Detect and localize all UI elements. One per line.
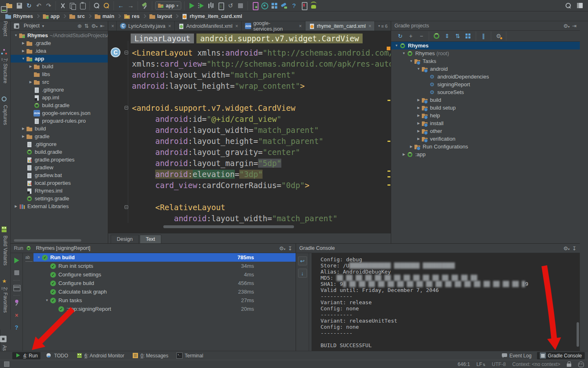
gradle-item-other[interactable]: ▶other <box>391 127 580 135</box>
avd-manager-icon[interactable] <box>251 2 259 10</box>
collapse-arrow-icon[interactable]: ▼ <box>401 52 407 55</box>
gradle-item-verification[interactable]: ▶verification <box>391 135 580 143</box>
breadcrumb-item-src[interactable]: src <box>67 13 87 19</box>
code-line[interactable]: android:layout_margin="5dp" <box>108 158 387 169</box>
stop-build-icon[interactable] <box>13 269 21 277</box>
warning-stripe-mark[interactable] <box>388 176 390 177</box>
collapse-arrow-icon[interactable]: ▼ <box>408 59 414 63</box>
project-item-rhymes[interactable]: ▼Rhymes~/AndroidStudioProjects/R <box>11 31 108 39</box>
code-line[interactable]: android:layout_width="match_parent" <box>108 70 387 81</box>
hide-panel-icon[interactable]: ⇤ <box>100 23 105 29</box>
editor-tab-rhyme-item-card-xml[interactable]: rhyme_item_card.xml× <box>305 21 375 31</box>
editor-hscrollbar[interactable] <box>163 225 294 228</box>
fold-marker-icon[interactable] <box>125 51 128 54</box>
tool-window-button-event-log[interactable]: Event Log <box>499 352 535 359</box>
close-tab-icon[interactable]: × <box>235 23 238 29</box>
project-item-app-iml[interactable]: app.iml <box>11 94 108 101</box>
tool-window-button-terminal[interactable]: Terminal <box>174 352 206 359</box>
project-item-external-libraries[interactable]: ▶External Libraries <box>11 202 108 210</box>
collapse-arrow-icon[interactable]: ▼ <box>394 44 399 47</box>
device-monitor-icon[interactable] <box>270 2 278 10</box>
encoding[interactable]: UTF-8 <box>492 361 506 367</box>
build-step-app-signingreport[interactable]: :app:signingReport20ms <box>33 305 296 313</box>
code-line[interactable]: android:layout_gravity="center" <box>108 147 387 158</box>
editor-tab-androidmanifest-xml[interactable]: AndroidManifest.xml× <box>175 21 242 31</box>
hide-panel-icon[interactable]: ⇥ <box>572 23 577 29</box>
gradle-item-build-setup[interactable]: ▶build setup <box>391 104 580 112</box>
warning-stripe-mark[interactable] <box>388 171 390 172</box>
panel-icon[interactable] <box>576 2 584 10</box>
context-label[interactable]: Context: <no context> <box>512 361 560 367</box>
gradle-item-rhymes[interactable]: ▼Rhymes <box>391 42 580 49</box>
expand-arrow-icon[interactable]: ▶ <box>408 145 414 148</box>
save-icon[interactable] <box>15 2 23 10</box>
build-step-calculate-task-graph[interactable]: Calculate task graph238ms <box>33 287 296 296</box>
run-icon[interactable] <box>187 2 196 10</box>
tool-window-button-0-messages[interactable]: 0: Messages <box>129 352 171 359</box>
editor-mode-tab-text[interactable]: Text <box>140 235 161 243</box>
fold-marker-icon[interactable] <box>125 205 128 209</box>
debug-icon[interactable] <box>197 2 205 10</box>
expand-arrow-icon[interactable]: ▶ <box>20 135 26 138</box>
attach-debugger-icon[interactable] <box>217 2 225 10</box>
collapse-all-icon[interactable]: ⇅ <box>453 32 462 40</box>
expand-all-icon[interactable]: ⇕ <box>443 32 452 40</box>
build-step-run-init-scripts[interactable]: Run init scripts34ms <box>33 262 296 270</box>
rerun-build-icon[interactable] <box>13 256 21 265</box>
project-item-proguard-rules-pro[interactable]: proguard-rules.pro <box>11 117 108 125</box>
project-item-gitignore[interactable]: .gitignore <box>11 86 108 94</box>
redo-icon[interactable]: ↷ <box>45 2 53 10</box>
help-icon[interactable]: ? <box>290 2 298 10</box>
toggle-offline-icon[interactable]: ∥ <box>479 32 488 40</box>
expand-arrow-icon[interactable]: ▶ <box>416 114 421 117</box>
build-step-configure-settings[interactable]: Configure settings4ms <box>33 270 296 279</box>
copy-icon[interactable] <box>69 2 77 10</box>
profile-icon[interactable] <box>207 2 215 10</box>
toolwindow-toggle-icon[interactable] <box>4 361 9 367</box>
code-line[interactable]: <RelativeLayout <box>108 202 387 213</box>
hidden-tabs-dropdown[interactable]: ▾≡6 <box>375 21 391 31</box>
collapse-arrow-icon[interactable]: ▼ <box>36 256 42 259</box>
code-line[interactable] <box>108 92 387 103</box>
editor-content[interactable]: LinearLayoutandroid.support.v7.widget.Ca… <box>108 31 391 233</box>
inspector-icon[interactable] <box>578 361 584 367</box>
project-item-build[interactable]: ▶build <box>11 63 108 70</box>
code-line[interactable] <box>108 191 387 202</box>
gradle-item-run-configurations[interactable]: ▶Run Configurations <box>391 143 580 150</box>
project-item-rhymes-iml[interactable]: Rhymes.iml <box>11 187 108 195</box>
forward-icon[interactable]: → <box>127 2 135 10</box>
expand-arrow-icon[interactable]: ▶ <box>13 204 19 208</box>
gradle-item-app[interactable]: ▶:app <box>391 150 580 158</box>
gradle-item-install[interactable]: ▶install <box>391 119 580 127</box>
expand-arrow-icon[interactable]: ▶ <box>20 49 26 53</box>
breadcrumb-item-app[interactable]: app <box>41 13 61 19</box>
project-item-src[interactable]: ▶src <box>11 78 108 86</box>
warning-stripe-mark[interactable] <box>388 100 390 101</box>
code-line[interactable]: android:layout_height="wrap_content"> <box>108 81 387 92</box>
code-line[interactable]: <android.support.v7.widget.CardView <box>108 103 387 114</box>
rerun-curve-icon[interactable] <box>227 2 235 10</box>
gradle-item-rhymes[interactable]: ▼Rhymes(root) <box>391 49 580 57</box>
find-icon[interactable] <box>93 2 101 10</box>
expand-arrow-icon[interactable]: ▶ <box>20 41 26 45</box>
breadcrumb-item-main[interactable]: main <box>93 13 116 19</box>
gradle-item-sourcesets[interactable]: sourceSets <box>391 88 580 96</box>
console-scrollbar[interactable] <box>577 322 579 347</box>
dock-panel-icon[interactable]: ↧ <box>572 245 577 251</box>
project-item-gradle[interactable]: ▶gradle <box>11 132 108 140</box>
gradle-item-help[interactable]: ▶help <box>391 112 580 119</box>
stop-icon[interactable] <box>236 2 245 10</box>
editor-tab-google-services-json[interactable]: google-services.json× <box>242 21 305 31</box>
code-line[interactable]: android:elevation="3dp" <box>108 169 387 180</box>
project-item-idea[interactable]: ▶.idea <box>11 47 108 55</box>
breadcrumb-item-layout[interactable]: layout <box>147 13 174 19</box>
collapse-arrow-icon[interactable]: ▼ <box>13 34 19 37</box>
settings-gear-icon[interactable]: ⚙▾ <box>563 23 570 29</box>
help-icon[interactable]: ? <box>13 323 21 332</box>
project-item-gradlew[interactable]: gradlew <box>11 164 108 171</box>
xml-breadcrumb-chip-linearlayout[interactable]: LinearLayout <box>131 34 194 43</box>
gradle-settings-icon[interactable]: ⚙ <box>494 32 503 40</box>
dock-panel-icon[interactable]: ↧ <box>288 245 292 251</box>
remove-icon[interactable]: − <box>417 32 426 40</box>
editor-mode-tab-design[interactable]: Design <box>111 235 139 243</box>
